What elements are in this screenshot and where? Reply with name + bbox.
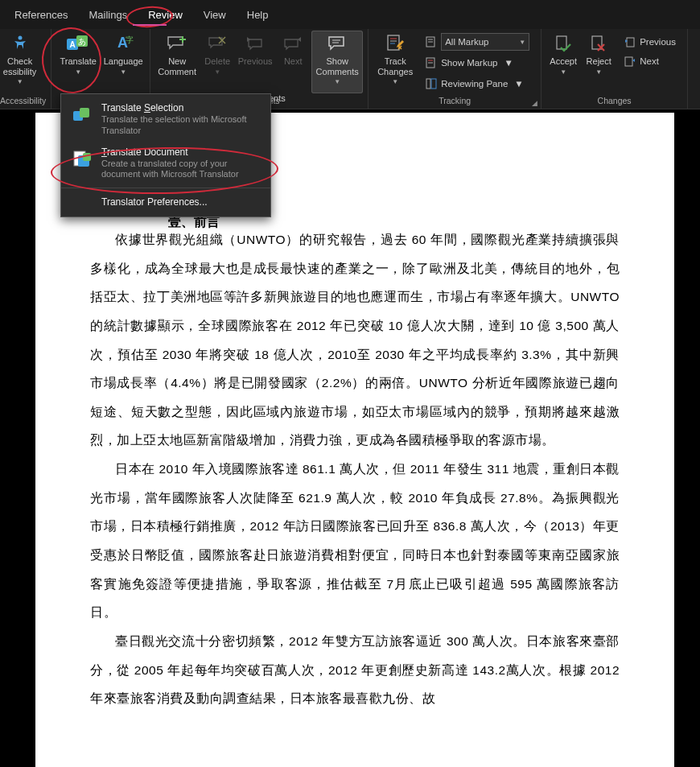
- svg-text:あ: あ: [78, 37, 86, 46]
- language-label: Language: [104, 56, 143, 67]
- paragraph-3: 臺日觀光交流十分密切頻繁，2012 年雙方互訪旅客逼近 300 萬人次。日本旅客…: [90, 627, 620, 713]
- chevron-down-icon: ▼: [560, 68, 566, 76]
- next-comment-button: Next: [276, 31, 310, 93]
- svg-text:字: 字: [126, 35, 134, 44]
- translate-selection-title: Translate Selection: [101, 102, 261, 113]
- group-tracking-label: Tracking: [439, 96, 471, 107]
- delete-label: Delete: [204, 56, 230, 67]
- new-comment-icon: [164, 32, 190, 55]
- language-button[interactable]: A字 Language ▼: [101, 31, 145, 93]
- tab-mailings[interactable]: Mailings: [79, 4, 137, 26]
- chevron-down-icon: ▼: [392, 78, 398, 85]
- svg-rect-30: [80, 108, 89, 118]
- delete-comment-button: Delete ▼: [200, 31, 234, 93]
- chevron-down-icon: ▼: [120, 68, 126, 76]
- translate-document-item[interactable]: Translate Document Create a translated c…: [61, 142, 270, 186]
- previous-change-label: Previous: [640, 37, 676, 47]
- chevron-down-icon: ▼: [334, 78, 340, 85]
- paragraph-1: 依據世界觀光組織（UNWTO）的研究報告，過去 60 年間，國際觀光產業持續擴張…: [90, 225, 620, 455]
- paragraph-2: 日本在 2010 年入境國際旅客達 861.1 萬人次，但 2011 年發生 3…: [90, 455, 620, 627]
- chevron-down-icon: ▼: [514, 79, 523, 89]
- translate-button[interactable]: Aあ Translate ▼: [56, 31, 100, 93]
- check-accessibility-button[interactable]: Check essibility ▼: [1, 31, 39, 93]
- accessibility-icon: [7, 32, 33, 55]
- next-comment-label: Next: [284, 56, 303, 67]
- svg-text:A: A: [70, 40, 76, 49]
- previous-comment-button: Previous: [236, 31, 274, 93]
- accept-icon: [550, 32, 576, 55]
- chevron-down-icon: ▼: [214, 68, 220, 76]
- tab-help[interactable]: Help: [237, 4, 278, 26]
- translate-selection-item[interactable]: Translate Selection Translate the select…: [61, 97, 270, 142]
- translator-preferences-item[interactable]: Translator Preferences...: [61, 191, 270, 213]
- translate-icon: Aあ: [65, 32, 91, 55]
- tracking-launcher[interactable]: ◢: [532, 99, 537, 107]
- previous-comment-icon: [242, 32, 268, 55]
- language-icon: A字: [110, 32, 136, 55]
- translate-document-desc: Create a translated copy of your documen…: [101, 159, 261, 181]
- translate-label: Translate: [60, 56, 96, 67]
- reviewing-pane-label: Reviewing Pane: [441, 79, 508, 89]
- group-changes-label: Changes: [598, 96, 632, 107]
- tab-review-underline: [133, 24, 167, 26]
- chevron-down-icon: ▼: [519, 39, 525, 46]
- accept-button[interactable]: Accept ▼: [546, 31, 580, 93]
- svg-rect-28: [625, 57, 632, 66]
- previous-comment-label: Previous: [238, 56, 273, 67]
- svg-rect-23: [426, 79, 430, 89]
- translate-dropdown-menu: Translate Selection Translate the select…: [60, 93, 271, 217]
- translate-document-icon: [71, 148, 93, 171]
- accept-label: Accept: [550, 56, 577, 67]
- track-changes-icon: [382, 32, 408, 55]
- reject-icon: [586, 32, 611, 55]
- track-changes-button[interactable]: Track Changes ▼: [373, 31, 417, 93]
- translate-document-title: Translate Document: [101, 146, 261, 158]
- next-change-label: Next: [640, 56, 659, 66]
- chevron-down-icon: ▼: [595, 68, 602, 76]
- markup-dropdown-row[interactable]: All Markup ▼: [422, 32, 533, 52]
- menu-separator: [61, 188, 270, 188]
- new-comment-label: New Comment: [158, 56, 196, 76]
- tab-references[interactable]: References: [5, 4, 77, 26]
- markup-icon: [425, 35, 438, 48]
- next-change-button[interactable]: Next: [620, 52, 679, 71]
- chevron-down-icon: ▼: [17, 78, 23, 85]
- group-accessibility-label: Accessibility: [0, 96, 46, 107]
- markup-dropdown[interactable]: All Markup ▼: [441, 33, 529, 51]
- chevron-down-icon: ▼: [75, 68, 81, 76]
- markup-dropdown-value: All Markup: [445, 37, 488, 47]
- show-comments-icon: [324, 32, 350, 55]
- group-comments-label-fragment: ents: [269, 93, 286, 103]
- show-markup-icon: [425, 56, 438, 69]
- tab-review[interactable]: Review: [138, 4, 192, 26]
- svg-rect-33: [83, 153, 91, 161]
- previous-change-button[interactable]: Previous: [620, 32, 679, 52]
- next-comment-icon: [280, 32, 306, 55]
- reviewing-pane-icon: [425, 77, 438, 90]
- show-comments-button[interactable]: Show Comments ▼: [311, 31, 363, 93]
- show-comments-label: Show Comments: [316, 56, 359, 76]
- tab-view[interactable]: View: [194, 4, 236, 26]
- check-accessibility-label: Check essibility: [3, 56, 37, 76]
- translate-selection-desc: Translate the selection with Microsoft T…: [101, 114, 261, 137]
- chevron-down-icon: ▼: [504, 58, 513, 68]
- previous-change-icon: [624, 35, 636, 48]
- track-changes-label: Track Changes: [377, 56, 413, 76]
- translate-selection-icon: [71, 104, 93, 126]
- delete-comment-icon: [204, 32, 230, 55]
- svg-rect-27: [627, 38, 634, 47]
- next-change-icon: [624, 55, 636, 68]
- svg-rect-24: [431, 79, 436, 89]
- new-comment-button[interactable]: New Comment: [155, 31, 199, 93]
- show-markup-button[interactable]: Show Markup ▼: [422, 53, 533, 72]
- reviewing-pane-button[interactable]: Reviewing Pane ▼: [422, 74, 533, 93]
- svg-point-0: [18, 36, 22, 40]
- reject-button[interactable]: Reject ▼: [582, 31, 616, 93]
- reject-label: Reject: [587, 56, 611, 67]
- show-markup-label: Show Markup: [441, 58, 497, 68]
- svg-rect-13: [388, 35, 399, 50]
